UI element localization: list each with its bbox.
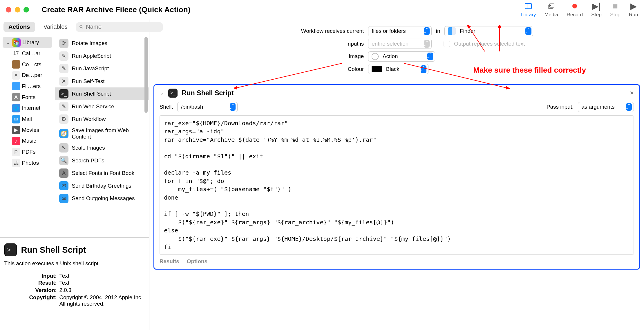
output-replaces-checkbox [444, 41, 450, 47]
search-input[interactable] [86, 24, 159, 30]
library-item-label: Fil…ers [22, 83, 41, 89]
action-item[interactable]: ⤡Scale Images [55, 141, 149, 154]
workflow-settings: Workflow receives current files or folde… [153, 19, 640, 80]
action-item[interactable]: ✎Run Web Service [55, 100, 149, 113]
action-item-icon: 🧭 [59, 129, 68, 138]
pass-input-label: Pass input: [547, 104, 574, 110]
chevron-down-icon [427, 53, 433, 60]
search-icon [79, 24, 83, 30]
library-item-label: PDFs [22, 149, 35, 155]
inputis-popup: entire selection [368, 39, 432, 49]
action-item-label: Send Outgoing Messages [72, 195, 135, 202]
library-item[interactable]: PPDFs [8, 146, 52, 157]
disclosure-icon: ⌄ [6, 39, 10, 46]
zoom-icon[interactable] [23, 7, 29, 12]
library-item-label: Mail [22, 116, 32, 122]
shell-popup[interactable]: /bin/bash [177, 102, 238, 112]
step-button[interactable]: ▶| Step [591, 1, 602, 18]
action-item-label: Send Birthday Greetings [72, 183, 131, 189]
media-icon [548, 1, 555, 11]
in-app-popup[interactable]: Finder [444, 26, 533, 36]
action-item-label: Run JavaScript [72, 65, 109, 72]
scrollbar[interactable] [144, 37, 148, 113]
action-item-icon: ✉ [59, 181, 68, 191]
image-popup[interactable]: Action [368, 51, 435, 62]
category-icon: 🏞 [12, 159, 20, 167]
results-tab[interactable]: Results [160, 258, 179, 265]
action-item[interactable]: ✉Send Outgoing Messages [55, 192, 149, 205]
step-icon: ▶| [592, 1, 601, 11]
actions-column: ⟳Rotate Images✎Run AppleScript✎Run JavaS… [55, 35, 149, 237]
window-title: Create RAR Archive Fileee (Quick Action) [42, 5, 521, 14]
output-replaces-label: Output replaces selected text [454, 41, 525, 47]
action-item[interactable]: ✎Run JavaScript [55, 62, 149, 75]
action-item[interactable]: ✉Send Birthday Greetings [55, 180, 149, 192]
media-button[interactable]: Media [544, 1, 558, 18]
library-column: ⌄ 📚 Library 17Cal…arCo…cts✕De…perFil…ers… [0, 35, 55, 237]
tab-actions[interactable]: Actions [3, 22, 35, 32]
action-item[interactable]: 🔍Search PDFs [55, 154, 149, 167]
close-icon[interactable] [6, 7, 11, 12]
action-item[interactable]: >_Run Shell Script [55, 87, 149, 100]
workflow-pane: Workflow receives current files or folde… [149, 19, 644, 330]
close-icon[interactable]: × [630, 89, 634, 97]
library-item-label: Fonts [22, 94, 35, 101]
minimize-icon[interactable] [15, 7, 20, 12]
chevron-down-icon [525, 27, 531, 35]
chevron-down-icon [424, 40, 430, 48]
action-item[interactable]: 🧭Save Images from Web Content [55, 125, 149, 142]
action-item[interactable]: ✎Run AppleScript [55, 50, 149, 62]
library-item[interactable]: ✕De…per [8, 70, 52, 81]
library-item[interactable]: Co…cts [8, 59, 52, 70]
action-item-icon: A [59, 168, 68, 178]
disclosure-icon[interactable]: ⌄ [160, 90, 164, 96]
action-item[interactable]: ⟳Rotate Images [55, 37, 149, 49]
action-item-label: Run Workflow [72, 116, 106, 122]
action-item-label: Run AppleScript [72, 53, 111, 59]
terminal-icon: >_ [168, 89, 178, 98]
annotation-text: Make sure these filled correctly [473, 66, 586, 75]
script-textarea[interactable]: rar_exe="${HOME}/Downloads/rar/rar" rar_… [160, 115, 634, 255]
run-button[interactable]: ▶ Run [629, 1, 638, 18]
pass-input-popup[interactable]: as arguments [578, 102, 634, 112]
library-item[interactable]: ♪Music [8, 136, 52, 147]
chevron-down-icon [230, 103, 236, 111]
tab-variables[interactable]: Variables [38, 22, 73, 32]
svg-rect-0 [525, 3, 531, 9]
library-item[interactable]: 🌐Internet [8, 103, 52, 114]
svg-rect-3 [549, 4, 554, 7]
category-icon: ♪ [12, 137, 20, 145]
receives-popup[interactable]: files or folders [368, 26, 432, 36]
library-item[interactable]: Fil…ers [8, 81, 52, 92]
category-icon: 17 [12, 49, 20, 58]
library-item[interactable]: AFonts [8, 92, 52, 103]
desc-input: Input:Text [25, 273, 145, 279]
library-button[interactable]: Library [521, 1, 536, 18]
record-button[interactable]: Record [567, 1, 583, 18]
action-icon [372, 53, 378, 60]
run-icon: ▶ [630, 1, 637, 11]
desc-result: Result:Text [25, 280, 145, 286]
action-item[interactable]: ⚙Run Workflow [55, 113, 149, 125]
category-icon: P [12, 148, 20, 156]
library-header[interactable]: ⌄ 📚 Library [3, 37, 52, 48]
svg-point-5 [80, 25, 82, 27]
options-tab[interactable]: Options [187, 258, 207, 265]
action-item-label: Run Shell Script [72, 91, 111, 97]
library-item[interactable]: 17Cal…ar [8, 48, 52, 59]
action-item-label: Run Web Service [72, 103, 114, 110]
category-icon: ✕ [12, 71, 20, 80]
library-item[interactable]: ▶Movies [8, 125, 52, 136]
library-item[interactable]: ✉Mail [8, 114, 52, 125]
library-item[interactable]: 🏞Photos [8, 157, 52, 168]
library-item-label: Photos [22, 160, 39, 166]
colour-label: Colour [292, 66, 364, 72]
action-item[interactable]: ✕Run Self-Test [55, 75, 149, 87]
stop-icon: ■ [613, 1, 618, 11]
library-item-label: Cal…ar [22, 50, 40, 57]
colour-popup[interactable]: Black [368, 64, 428, 74]
library-item-label: De…per [22, 72, 42, 78]
action-item-icon: ✕ [59, 77, 68, 86]
library-icon [525, 1, 532, 11]
action-item[interactable]: ASelect Fonts in Font Book [55, 167, 149, 179]
